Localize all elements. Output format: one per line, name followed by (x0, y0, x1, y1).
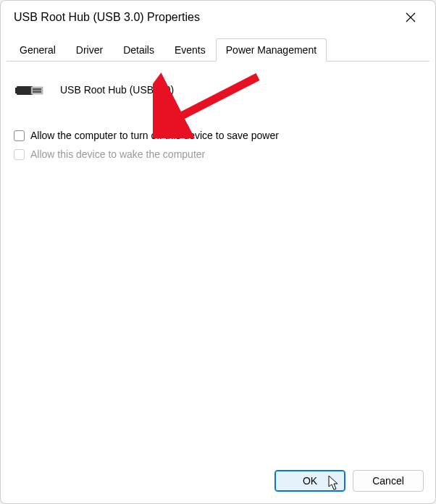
tab-power-management[interactable]: Power Management (216, 38, 327, 62)
tab-strip: General Driver Details Events Power Mana… (7, 38, 429, 62)
svg-rect-5 (33, 91, 41, 93)
checkbox-wake-label: Allow this device to wake the computer (30, 148, 205, 160)
svg-rect-2 (17, 86, 33, 95)
usb-connector-icon (15, 79, 47, 101)
titlebar: USB Root Hub (USB 3.0) Properties (1, 1, 435, 33)
checkbox-row-wake: Allow this device to wake the computer (14, 146, 422, 163)
svg-rect-4 (33, 88, 41, 91)
checkbox-row-turn-off[interactable]: Allow the computer to turn off this devi… (14, 127, 422, 144)
cancel-button[interactable]: Cancel (353, 470, 424, 492)
checkbox-turn-off-label: Allow the computer to turn off this devi… (30, 130, 279, 141)
window-title: USB Root Hub (USB 3.0) Properties (14, 11, 396, 24)
tab-container: General Driver Details Events Power Mana… (1, 33, 435, 62)
close-icon (406, 12, 416, 22)
tab-content-power-management: USB Root Hub (USB 3.0) Allow the compute… (1, 62, 435, 460)
svg-rect-3 (31, 87, 43, 94)
checkbox-wake (14, 149, 25, 160)
dialog-button-bar: OK Cancel (1, 460, 435, 503)
cursor-icon (328, 475, 340, 491)
checkbox-turn-off[interactable] (14, 130, 25, 141)
properties-window: USB Root Hub (USB 3.0) Properties Genera… (0, 0, 436, 504)
device-name-label: USB Root Hub (USB 3.0) (60, 84, 174, 96)
close-button[interactable] (396, 6, 425, 29)
tab-events[interactable]: Events (164, 38, 216, 61)
device-header: USB Root Hub (USB 3.0) (14, 76, 422, 114)
tab-general[interactable]: General (9, 38, 66, 61)
tab-details[interactable]: Details (113, 38, 164, 61)
svg-rect-6 (15, 88, 17, 93)
tab-driver[interactable]: Driver (66, 38, 113, 61)
